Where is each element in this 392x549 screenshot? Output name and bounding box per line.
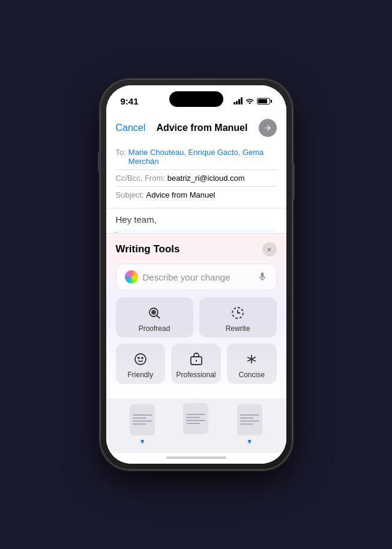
svg-point-6 [135,354,146,365]
doc-item-1[interactable]: ▼ [130,404,155,445]
to-field[interactable]: To: Marie Chouteau, Enrique Gacto, Gema … [116,144,277,170]
friendly-label: Friendly [127,371,153,379]
send-icon [264,124,272,132]
svg-point-8 [142,357,143,359]
doc-line [240,417,253,419]
writing-tools-close-button[interactable]: × [262,242,277,256]
subject-value: Advice from Manuel [146,190,215,199]
proofread-label: Proofread [139,324,170,333]
bottom-docs-strip: ▼ [106,398,286,453]
rewrite-icon [229,305,246,321]
home-bar [166,456,226,459]
doc-line [186,423,199,424]
professional-label: Professional [176,371,216,379]
doc-item-3[interactable]: ▼ [237,404,262,445]
doc-thumbnail-1 [130,404,155,435]
email-header: Cancel Advice from Manuel To: Marie Chou… [106,112,286,208]
concise-label: Concise [239,371,265,379]
send-button[interactable] [259,119,277,137]
rewrite-label: Rewrite [226,324,250,333]
describe-change-input-area[interactable]: Describe your change [116,264,277,290]
svg-line-1 [157,316,160,319]
doc-line [186,420,205,421]
doc-line [133,417,146,419]
doc-line [186,414,205,415]
doc-line [133,420,152,422]
doc-line [240,414,259,416]
email-compose-area: Cancel Advice from Manuel To: Marie Chou… [106,112,286,464]
home-indicator [106,453,286,464]
ccbcc-field[interactable]: Cc/Bcc, From: beatriz_ri@icloud.com [116,170,277,187]
friendly-icon [132,351,149,368]
rewrite-button[interactable]: Rewrite [199,297,277,338]
doc-line [240,423,253,425]
siri-icon [125,270,138,284]
subject-field[interactable]: Subject: Advice from Manuel [116,187,277,203]
battery-icon [257,98,272,105]
signal-bars-icon [234,97,243,105]
body-fade-overlay [106,215,286,233]
wifi-icon [246,97,254,106]
ccbcc-label: Cc/Bcc, From: [116,174,165,183]
to-recipients: Marie Chouteau, Enrique Gacto, Gema Merc… [128,148,277,166]
doc-line [240,420,259,422]
phone-screen: 9:41 [106,85,286,464]
from-value: beatriz_ri@icloud.com [167,174,245,183]
status-icons [234,97,272,106]
professional-icon [188,351,205,368]
writing-tools-header: Writing Tools × [116,242,277,256]
doc-line [186,417,199,418]
primary-tools-row: Proofread Rewrite [116,297,277,338]
concise-icon [243,351,260,368]
writing-tools-title: Writing Tools [116,243,180,255]
professional-button[interactable]: Professional [171,344,221,384]
subject-label: Subject: [116,190,144,199]
email-body[interactable]: Hey team, Spoke w Manuel yesterday to pr… [106,208,286,233]
doc-thumbnail-2 [183,403,208,434]
email-toolbar: Cancel Advice from Manuel [116,119,277,137]
to-label: To: [116,148,126,157]
proofread-button[interactable]: Proofread [116,297,193,338]
cancel-button[interactable]: Cancel [116,123,146,133]
email-subject-title: Advice from Manuel [156,123,247,133]
doc-line [133,414,152,416]
svg-point-7 [138,357,139,359]
tone-tools-row: Friendly Professional [116,344,277,384]
doc-item-2 [183,403,208,446]
describe-placeholder: Describe your change [143,272,252,282]
concise-button[interactable]: Concise [227,344,277,384]
status-time: 9:41 [121,96,139,106]
dynamic-island [169,91,223,107]
phone-frame: 9:41 [100,79,292,470]
proofread-icon [146,305,163,321]
close-icon: × [267,245,272,254]
doc-arrow-icon-3: ▼ [246,438,253,445]
doc-line [133,423,146,425]
friendly-button[interactable]: Friendly [116,344,166,384]
writing-tools-panel: Writing Tools × Describe your change [106,233,286,398]
doc-arrow-icon-1: ▼ [139,438,146,445]
doc-thumbnail-3 [237,404,262,435]
microphone-icon [257,271,268,282]
